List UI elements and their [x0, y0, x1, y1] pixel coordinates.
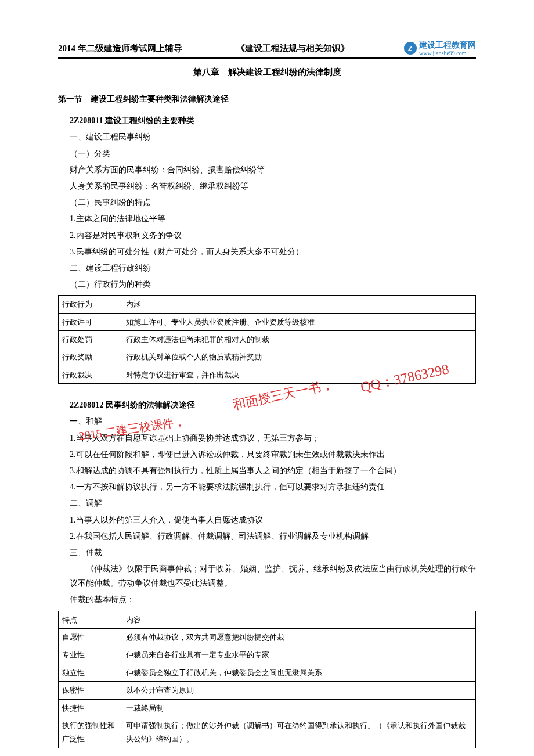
table-cell: 独立性 — [59, 664, 122, 681]
body-text: 《仲裁法》仅限于民商事仲裁；对于收养、婚姻、监护、抚养、继承纠纷及依法应当由行政… — [70, 561, 476, 591]
table-cell: 以不公开审查为原则 — [122, 682, 476, 699]
table-cell: 专业性 — [59, 646, 122, 664]
table-row: 执行的强制性和广泛性 可申请强制执行；做出的涉外仲裁（调解书）可在缔约国得到承认… — [59, 717, 476, 748]
table-row: 行政奖励 行政机关对单位或个人的物质或精神奖励 — [59, 348, 476, 366]
body-text: （二）行政行为的种类 — [70, 277, 476, 291]
table-row: 特点 内容 — [59, 611, 476, 628]
body-text: 仲裁的基本特点： — [70, 592, 476, 607]
body-text: 1.主体之间的法律地位平等 — [70, 211, 476, 226]
table-row: 保密性 以不公开审查为原则 — [59, 682, 476, 699]
body-text: 二、建设工程行政纠纷 — [70, 261, 476, 275]
table-cell: 快捷性 — [59, 699, 122, 717]
logo-url: www.jianshe99.com — [419, 50, 476, 56]
table-cell: 如施工许可、专业人员执业资质注册、企业资质等级核准 — [122, 313, 476, 330]
table-cell: 行政机关对单位或个人的物质或精神奖励 — [122, 348, 476, 366]
section-1-title: 第一节 建设工程纠纷主要种类和法律解决途径 — [58, 92, 476, 106]
table-row: 专业性 仲裁员来自各行业具有一定专业水平的专家 — [59, 646, 476, 664]
body-text: 1.当事人双方在自愿互谅基础上协商妥协并达成协议，无第三方参与； — [70, 431, 476, 445]
subsection-code-1: 2Z208011 建设工程纠纷的主要种类 — [70, 113, 476, 128]
table-cell: 仲裁委员会独立于行政机关，仲裁委员会之间也无隶属关系 — [122, 664, 476, 681]
site-logo: Z 建设工程教育网 www.jianshe99.com — [404, 41, 476, 56]
table-cell: 行政许可 — [59, 313, 122, 330]
table-cell: 行政奖励 — [59, 348, 122, 366]
logo-text-box: 建设工程教育网 www.jianshe99.com — [419, 41, 476, 56]
table-row: 行政处罚 行政主体对违法但尚未犯罪的相对人的制裁 — [59, 331, 476, 348]
table-cell: 自愿性 — [59, 629, 122, 646]
logo-icon: Z — [404, 42, 417, 55]
table-cell: 对特定争议进行审查，并作出裁决 — [122, 366, 476, 383]
table-cell: 必须有仲裁协议，双方共同愿意把纠纷提交仲裁 — [122, 629, 476, 646]
table-row: 行政行为 内涵 — [59, 296, 476, 313]
body-text: 三、仲裁 — [70, 545, 476, 560]
header-left-text: 2014 年二级建造师考试网上辅导 — [58, 41, 182, 56]
body-text: 二、调解 — [70, 496, 476, 510]
chapter-title: 第八章 解决建设工程纠纷的法律制度 — [58, 64, 476, 80]
logo-name: 建设工程教育网 — [419, 41, 476, 49]
table-cell: 行政主体对违法但尚未犯罪的相对人的制裁 — [122, 331, 476, 348]
body-text: 4.一方不按和解协议执行，另一方不能要求法院强制执行，但可以要求对方承担违约责任 — [70, 480, 476, 494]
table-cell: 一裁终局制 — [122, 699, 476, 717]
table-header-cell: 行政行为 — [59, 296, 122, 313]
table-cell: 保密性 — [59, 682, 122, 699]
subsection-code-2: 2Z208012 民事纠纷的法律解决途径 — [70, 398, 476, 412]
table-header-cell: 特点 — [59, 611, 122, 628]
body-text: 财产关系方面的民事纠纷：合同纠纷、损害赔偿纠纷等 — [70, 163, 476, 177]
arbitration-feature-table: 特点 内容 自愿性 必须有仲裁协议，双方共同愿意把纠纷提交仲裁 专业性 仲裁员来… — [58, 611, 476, 748]
page-header: 2014 年二级建造师考试网上辅导 《建设工程法规与相关知识》 Z 建设工程教育… — [58, 41, 476, 59]
body-text: 3.和解达成的协调不具有强制执行力，性质上属当事人之间的约定（相当于新签了一个合… — [70, 463, 476, 478]
admin-action-table: 行政行为 内涵 行政许可 如施工许可、专业人员执业资质注册、企业资质等级核准 行… — [58, 295, 476, 384]
body-text: （一）分类 — [70, 146, 476, 161]
table-row: 快捷性 一裁终局制 — [59, 699, 476, 717]
table-header-cell: 内容 — [122, 611, 476, 628]
body-text: 1.当事人以外的第三人介入，促使当事人自愿达成协议 — [70, 513, 476, 527]
body-text: 人身关系的民事纠纷：名誉权纠纷、继承权纠纷等 — [70, 179, 476, 193]
body-text: 一、建设工程民事纠纷 — [70, 129, 476, 144]
body-text: （二）民事纠纷的特点 — [70, 195, 476, 210]
section-1-content: 2Z208011 建设工程纠纷的主要种类 一、建设工程民事纠纷 （一）分类 财产… — [70, 113, 476, 291]
table-row: 独立性 仲裁委员会独立于行政机关，仲裁委员会之间也无隶属关系 — [59, 664, 476, 681]
body-text: 2.在我国包括人民调解、行政调解、仲裁调解、司法调解、行业调解及专业机构调解 — [70, 529, 476, 543]
table-cell: 行政裁决 — [59, 366, 122, 383]
body-text: 一、和解 — [70, 414, 476, 429]
body-text: 2.内容是对民事权利义务的争议 — [70, 228, 476, 243]
table-cell: 执行的强制性和广泛性 — [59, 717, 122, 748]
body-text: 2.可以在任何阶段和解，即使已进入诉讼或仲裁，只要终审裁判未生效或仲裁裁决未作出 — [70, 447, 476, 462]
section-2-content: 2Z208012 民事纠纷的法律解决途径 一、和解 1.当事人双方在自愿互谅基础… — [70, 398, 476, 607]
table-row: 行政裁决 对特定争议进行审查，并作出裁决 — [59, 366, 476, 383]
table-header-cell: 内涵 — [122, 296, 476, 313]
table-cell: 仲裁员来自各行业具有一定专业水平的专家 — [122, 646, 476, 664]
table-cell: 行政处罚 — [59, 331, 122, 348]
table-row: 行政许可 如施工许可、专业人员执业资质注册、企业资质等级核准 — [59, 313, 476, 330]
table-cell: 可申请强制执行；做出的涉外仲裁（调解书）可在缔约国得到承认和执行。（《承认和执行… — [122, 717, 476, 748]
table-row: 自愿性 必须有仲裁协议，双方共同愿意把纠纷提交仲裁 — [59, 629, 476, 646]
body-text: 3.民事纠纷的可处分性（财产可处分，而人身关系大多不可处分） — [70, 244, 476, 259]
header-center-text: 《建设工程法规与相关知识》 — [236, 41, 349, 56]
